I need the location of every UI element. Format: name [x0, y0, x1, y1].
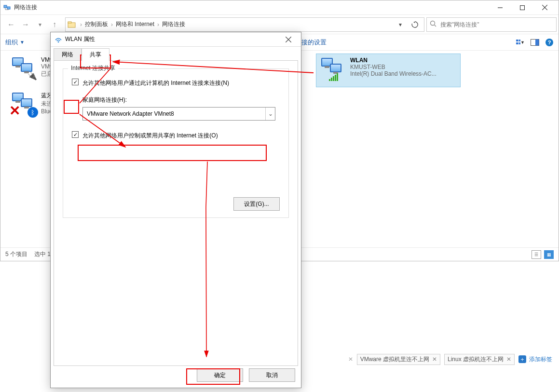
home-network-dropdown[interactable]: VMware Network Adapter VMnet8 ⌄	[82, 107, 275, 121]
back-button[interactable]: ←	[4, 18, 18, 31]
svg-rect-15	[535, 39, 539, 45]
plus-icon: ＋	[518, 355, 526, 363]
breadcrumb[interactable]: › 控制面板 › 网络和 Internet › 网络连接	[79, 20, 185, 28]
allow-control-label: 允许其他网络用户控制或禁用共享的 Internet 连接(O)	[82, 131, 218, 140]
svg-point-8	[431, 21, 435, 26]
crumb-network-connections[interactable]: 网络连接	[162, 20, 185, 28]
crumb-control-panel[interactable]: 控制面板	[85, 20, 108, 28]
adapter-bt-icon: ✕ ᛒ	[10, 92, 37, 116]
preview-pane-button[interactable]	[531, 38, 539, 47]
tab-network[interactable]: 网络	[54, 48, 82, 61]
cancel-button[interactable]: 取消	[249, 368, 295, 382]
tab-share[interactable]: 共享	[82, 48, 109, 61]
tag-item[interactable]: Linux 虚拟机连不上网 ✕	[444, 354, 515, 365]
up-button[interactable]: ↑	[48, 18, 61, 31]
tag-item[interactable]: VMware 虚拟机里连不上网 ✕	[357, 354, 440, 365]
large-icons-view-icon[interactable]: ▦	[544, 250, 554, 259]
adapter-device: Intel(R) Dual Band Wireless-AC...	[350, 70, 436, 77]
tag-remove-icon[interactable]: ✕	[506, 356, 511, 363]
adapter-wlan[interactable]: WLAN KMUST-WEB Intel(R) Dual Band Wirele…	[316, 54, 461, 87]
view-options-button[interactable]: ▼	[516, 38, 525, 47]
settings-button[interactable]: 设置(G)...	[233, 197, 280, 211]
folder-icon	[68, 20, 76, 29]
home-network-label: 家庭网络连接(H):	[82, 96, 280, 104]
svg-rect-7	[68, 22, 71, 23]
close-button[interactable]	[533, 0, 556, 14]
tag-label: VMware 虚拟机里连不上网	[360, 355, 429, 364]
adapter-wifi-icon	[319, 57, 346, 81]
wifi-icon	[55, 36, 62, 43]
svg-rect-12	[516, 42, 518, 44]
svg-text:?: ?	[548, 40, 551, 45]
add-tag-label: 添加标签	[529, 355, 552, 364]
search-icon	[430, 20, 436, 28]
allow-connect-label: 允许其他网络用户通过此计算机的 Internet 连接来连接(N)	[82, 79, 229, 87]
chevron-down-icon: ⌄	[265, 108, 275, 120]
details-view-icon[interactable]: ☰	[532, 250, 541, 259]
adapter-ssid: KMUST-WEB	[350, 64, 436, 70]
dialog-title: WLAN 属性	[65, 35, 280, 43]
allow-connect-checkbox[interactable]: ✓	[72, 79, 79, 85]
svg-rect-1	[7, 7, 10, 9]
address-dropdown-button[interactable]: ▾	[393, 18, 408, 31]
dialog-titlebar: WLAN 属性	[51, 32, 301, 47]
address-bar[interactable]: › 控制面板 › 网络和 Internet › 网络连接 ▾	[65, 17, 424, 32]
svg-rect-0	[4, 5, 7, 8]
home-network-selected: VMware Network Adapter VMnet8	[87, 110, 174, 117]
svg-rect-3	[520, 5, 525, 10]
svg-rect-10	[516, 40, 518, 41]
adapter-icon: 🔌	[10, 56, 37, 81]
forward-button[interactable]: →	[19, 18, 32, 31]
maximize-button[interactable]	[511, 0, 533, 14]
add-tag-button[interactable]: ＋ 添加标签	[518, 355, 552, 364]
tag-remove-icon[interactable]: ✕	[348, 356, 353, 363]
svg-line-9	[435, 25, 436, 27]
help-button[interactable]: ?	[545, 38, 554, 47]
minimize-button[interactable]	[489, 0, 511, 14]
svg-point-18	[58, 41, 59, 42]
tag-label: Linux 虚拟机连不上网	[448, 355, 504, 364]
group-ics-title: Internet 连接共享	[68, 64, 118, 72]
ok-button[interactable]: 确定	[197, 368, 243, 382]
crumb-network-internet[interactable]: 网络和 Internet	[116, 20, 154, 28]
recent-dropdown[interactable]: ▾	[33, 18, 47, 31]
adapter-name: WLAN	[350, 57, 436, 64]
window-titlebar: 网络连接	[0, 0, 559, 15]
network-connections-icon	[3, 4, 11, 12]
search-box[interactable]	[426, 17, 557, 32]
search-input[interactable]	[439, 21, 553, 28]
refresh-button[interactable]	[408, 18, 422, 31]
window-title: 网络连接	[14, 3, 37, 12]
tag-remove-icon[interactable]: ✕	[432, 356, 437, 363]
statusbar-count: 5 个项目	[5, 250, 27, 258]
dialog-close-button[interactable]	[280, 34, 297, 45]
organize-menu[interactable]: 组织▼	[5, 38, 25, 47]
allow-control-checkbox[interactable]: ✓	[72, 131, 79, 138]
